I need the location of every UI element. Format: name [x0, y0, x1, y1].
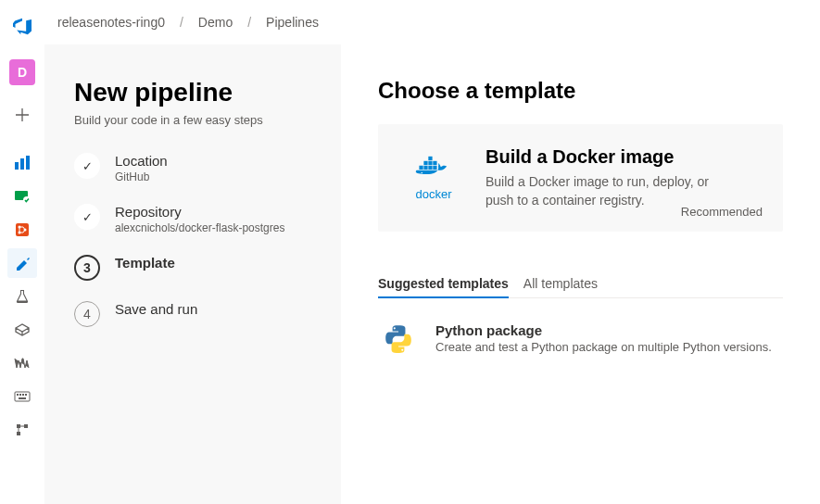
step-title: Save and run	[115, 301, 197, 317]
svg-rect-13	[25, 394, 27, 396]
svg-rect-24	[423, 161, 427, 165]
add-icon[interactable]	[7, 100, 37, 130]
step-title: Repository	[115, 204, 284, 220]
choose-heading: Choose a template	[378, 78, 783, 104]
breadcrumb-project[interactable]: Demo	[193, 15, 238, 30]
svg-rect-17	[17, 432, 20, 435]
breadcrumb: releasenotes-ring0 / Demo / Pipelines	[44, 0, 820, 44]
svg-rect-2	[26, 156, 30, 170]
svg-rect-22	[428, 166, 432, 170]
template-chooser: Choose a template	[341, 44, 820, 504]
svg-point-28	[422, 172, 423, 173]
svg-rect-12	[22, 394, 24, 396]
recommended-badge: Recommended	[681, 205, 763, 219]
boards-icon[interactable]	[7, 182, 37, 211]
repos-icon[interactable]	[7, 215, 37, 245]
tab-suggested[interactable]: Suggested templates	[378, 276, 509, 298]
template-item-python[interactable]: Python package Create and test a Python …	[378, 322, 783, 356]
svg-rect-5	[16, 223, 29, 236]
test-plans-icon[interactable]	[7, 282, 37, 311]
settings-icon[interactable]	[7, 415, 37, 445]
svg-rect-23	[433, 166, 436, 170]
step-repository[interactable]: Repository alexcnichols/docker-flask-pos…	[74, 204, 311, 234]
step-location[interactable]: Location GitHub	[74, 153, 311, 183]
svg-rect-10	[17, 394, 19, 396]
breadcrumb-org[interactable]: releasenotes-ring0	[52, 15, 170, 30]
svg-rect-15	[17, 424, 20, 428]
pipelines-icon[interactable]	[7, 248, 37, 278]
breadcrumb-separator-icon: /	[174, 15, 189, 30]
svg-rect-20	[419, 166, 423, 170]
step-number-icon: 4	[74, 301, 100, 327]
svg-rect-9	[15, 392, 30, 401]
svg-rect-21	[423, 166, 427, 170]
overview-icon[interactable]	[7, 148, 37, 178]
svg-rect-16	[24, 424, 28, 428]
svg-rect-27	[428, 157, 432, 160]
card-title: Build a Docker image	[486, 146, 726, 168]
check-icon	[74, 204, 100, 230]
left-rail: D	[0, 0, 44, 504]
tab-all[interactable]: All templates	[524, 276, 598, 297]
svg-rect-0	[15, 162, 19, 170]
artifacts-icon[interactable]	[7, 315, 37, 345]
wizard-panel: New pipeline Build your code in a few ea…	[44, 44, 341, 504]
svg-rect-14	[19, 397, 26, 399]
step-title: Template	[115, 255, 175, 271]
step-save-run: 4 Save and run	[74, 301, 311, 327]
step-detail: alexcnichols/docker-flask-postgres	[115, 221, 284, 234]
svg-rect-11	[19, 394, 21, 396]
check-icon	[74, 153, 100, 179]
python-icon	[378, 322, 419, 356]
azure-devops-logo-icon[interactable]	[7, 11, 37, 41]
keyboard-icon[interactable]	[7, 382, 37, 411]
page-title: New pipeline	[74, 78, 311, 107]
step-number-icon: 3	[74, 255, 100, 281]
docker-icon: docker	[404, 146, 463, 201]
step-template[interactable]: 3 Template	[74, 255, 311, 281]
recommended-template-card[interactable]: docker Build a Docker image Build a Dock…	[378, 124, 783, 232]
step-title: Location	[115, 153, 168, 169]
svg-rect-1	[20, 158, 24, 170]
main-area: releasenotes-ring0 / Demo / Pipelines Ne…	[44, 0, 820, 504]
docker-label: docker	[415, 187, 451, 201]
breadcrumb-separator-icon: /	[242, 15, 257, 30]
breadcrumb-section[interactable]: Pipelines	[260, 15, 324, 30]
wiki-icon[interactable]	[7, 348, 37, 378]
page-subtitle: Build your code in a few easy steps	[74, 113, 311, 127]
template-name: Python package	[435, 322, 772, 338]
svg-rect-26	[433, 161, 436, 165]
step-detail: GitHub	[115, 170, 168, 183]
project-avatar[interactable]: D	[9, 59, 35, 85]
svg-rect-25	[428, 161, 432, 165]
template-description: Create and test a Python package on mult…	[435, 340, 772, 354]
template-tabs: Suggested templates All templates	[378, 276, 783, 298]
